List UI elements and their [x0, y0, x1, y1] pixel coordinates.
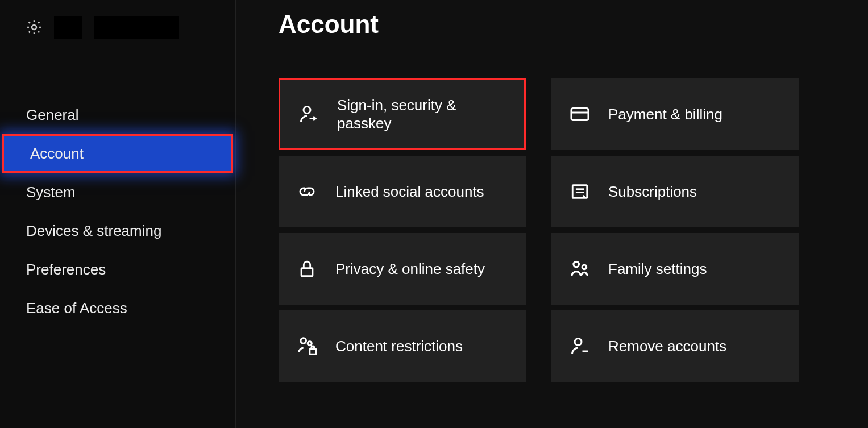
list-icon	[568, 180, 591, 203]
svg-point-11	[308, 342, 312, 346]
tile-label: Subscriptions	[608, 182, 697, 201]
tile-signin-security[interactable]: Sign-in, security & passkey	[279, 78, 526, 150]
page-title: Account	[279, 10, 845, 39]
svg-rect-2	[571, 109, 588, 120]
person-arrow-icon	[297, 103, 320, 126]
sidebar-item-ease-of-access[interactable]: Ease of Access	[0, 289, 235, 327]
svg-rect-7	[301, 268, 313, 276]
svg-point-1	[304, 107, 310, 114]
tile-grid: Sign-in, security & passkey Payment & bi…	[279, 78, 845, 382]
tile-content-restrictions[interactable]: Content restrictions	[279, 310, 526, 382]
sidebar-item-system[interactable]: System	[0, 173, 235, 211]
sidebar-item-devices[interactable]: Devices & streaming	[0, 211, 235, 250]
tile-label: Content restrictions	[335, 337, 463, 356]
credit-card-icon	[568, 103, 591, 126]
redacted-block-icon	[54, 16, 82, 39]
svg-point-9	[582, 265, 587, 269]
lock-icon	[296, 257, 318, 280]
gear-icon	[26, 19, 43, 36]
link-icon	[296, 180, 318, 203]
svg-point-10	[301, 338, 306, 344]
family-icon	[568, 257, 591, 280]
redacted-block-label	[94, 16, 179, 39]
tile-linked-social[interactable]: Linked social accounts	[279, 156, 526, 227]
svg-point-8	[574, 261, 579, 267]
svg-point-13	[575, 339, 582, 346]
svg-point-0	[32, 25, 36, 30]
tile-label: Remove accounts	[608, 337, 726, 356]
tile-payment-billing[interactable]: Payment & billing	[551, 78, 799, 150]
svg-rect-12	[310, 349, 316, 355]
sidebar-item-general[interactable]: General	[0, 95, 235, 134]
tile-label: Family settings	[608, 260, 707, 279]
sidebar-item-preferences[interactable]: Preferences	[0, 250, 235, 289]
main-content: Account Sign-in, security & passkey	[236, 0, 868, 428]
settings-screen: General Account System Devices & streami…	[0, 0, 868, 428]
sidebar-item-account[interactable]: Account	[2, 134, 233, 173]
sidebar: General Account System Devices & streami…	[0, 0, 236, 428]
tile-label: Payment & billing	[608, 105, 722, 124]
people-lock-icon	[296, 335, 318, 358]
tile-privacy[interactable]: Privacy & online safety	[279, 233, 526, 305]
sidebar-nav: General Account System Devices & streami…	[0, 95, 235, 327]
tile-label: Privacy & online safety	[335, 260, 485, 279]
tile-subscriptions[interactable]: Subscriptions	[551, 156, 799, 227]
tile-family-settings[interactable]: Family settings	[551, 233, 799, 305]
tile-remove-accounts[interactable]: Remove accounts	[551, 310, 799, 382]
tile-label: Sign-in, security & passkey	[337, 96, 508, 133]
person-minus-icon	[568, 335, 591, 358]
sidebar-header	[0, 11, 235, 56]
tile-label: Linked social accounts	[335, 182, 484, 201]
